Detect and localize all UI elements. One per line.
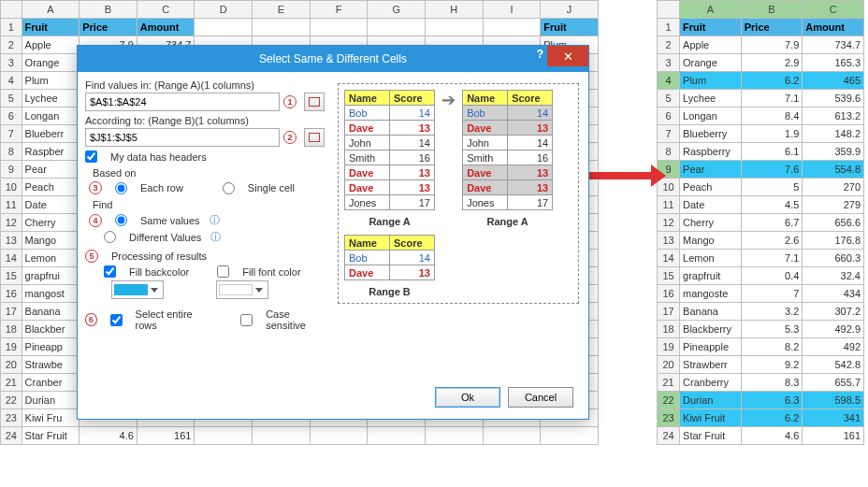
range-b-input[interactable] (85, 128, 280, 147)
right-spreadsheet[interactable]: ABC 1FruitPriceAmount2Apple7.9734.73Oran… (657, 0, 864, 445)
find-label: Find values in: (Range A)(1 columns) (85, 79, 325, 91)
close-button[interactable]: ✕ (547, 46, 588, 66)
range-b-picker-button[interactable] (304, 128, 325, 147)
fill-backcolor-label: Fill backcolor (129, 266, 189, 278)
has-headers-label: My data has headers (110, 151, 207, 163)
dialog-title: Select Same & Different Cells (259, 52, 407, 65)
result-arrow-icon (586, 172, 653, 179)
select-entire-rows-checkbox[interactable] (110, 314, 123, 326)
info-icon[interactable]: ⓘ (210, 213, 220, 227)
example-range-a-after: NameScoreBob14Dave13John14Smith16Dave13D… (462, 90, 553, 210)
fontcolor-picker[interactable] (216, 280, 268, 299)
info-icon[interactable]: ⓘ (210, 230, 221, 244)
step-2-badge: 2 (283, 131, 297, 144)
find-section-label: Find (93, 199, 325, 210)
example-range-a-before: NameScoreBob14Dave13John14Smith16Dave13D… (344, 90, 435, 210)
different-values-label: Different Values (129, 232, 201, 243)
backcolor-picker[interactable] (111, 280, 164, 299)
fill-fontcolor-checkbox[interactable] (217, 265, 229, 278)
has-headers-checkbox[interactable] (85, 150, 97, 163)
step-3-badge: 3 (89, 181, 102, 194)
ok-button[interactable]: Ok (435, 387, 500, 408)
based-on-label: Based on (93, 167, 325, 179)
according-label: According to: (Range B)(1 columns) (85, 115, 325, 126)
step-6-badge: 6 (85, 313, 97, 326)
single-cell-radio[interactable] (223, 182, 235, 194)
step-4-badge: 4 (89, 214, 102, 227)
fill-fontcolor-label: Fill font color (242, 266, 300, 278)
help-button[interactable]: ? (537, 48, 543, 61)
cancel-button[interactable]: Cancel (508, 387, 573, 408)
different-values-radio[interactable] (104, 231, 116, 243)
dialog-titlebar[interactable]: Select Same & Different Cells ? ✕ (78, 46, 588, 72)
fill-backcolor-checkbox[interactable] (104, 265, 116, 278)
select-entire-rows-label: Select entire rows (136, 308, 208, 331)
step-5-badge: 5 (85, 250, 98, 263)
step-1-badge: 1 (283, 95, 297, 108)
each-row-label: Each row (140, 182, 183, 193)
example-panel: NameScoreBob14Dave13John14Smith16Dave13D… (338, 83, 579, 304)
case-sensitive-label: Case sensitive (266, 308, 325, 331)
same-values-radio[interactable] (115, 214, 127, 226)
same-values-label: Same values (140, 215, 200, 226)
single-cell-label: Single cell (248, 182, 295, 193)
range-a-input[interactable] (85, 93, 280, 111)
select-same-different-dialog: Select Same & Different Cells ? ✕ Find v… (77, 45, 589, 420)
arrow-right-icon: ➔ (441, 90, 456, 110)
example-range-b: NameScoreBob14Dave13 (344, 235, 435, 280)
range-a-picker-button[interactable] (304, 93, 325, 111)
each-row-radio[interactable] (115, 182, 127, 194)
case-sensitive-checkbox[interactable] (240, 314, 253, 326)
processing-label: Processing of results (111, 251, 207, 262)
